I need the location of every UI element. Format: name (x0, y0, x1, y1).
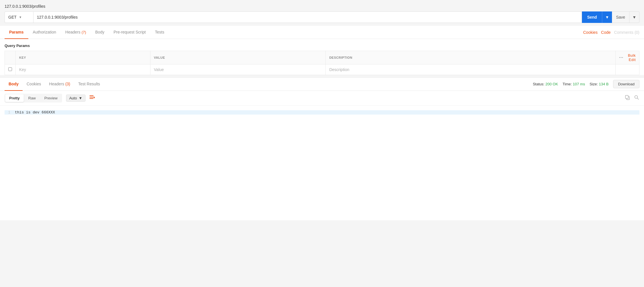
more-options-icon[interactable]: ··· (619, 55, 623, 60)
view-btn-preview[interactable]: Preview (40, 94, 61, 102)
tab-headers[interactable]: Headers (7) (61, 26, 91, 39)
body-toolbar-right (625, 95, 639, 102)
view-selector: Pretty Raw Preview (5, 94, 62, 103)
headers-badge: (7) (82, 30, 86, 34)
value-cell[interactable]: Value (150, 64, 326, 75)
row-checkbox[interactable] (8, 67, 12, 71)
wrap-icon[interactable] (89, 94, 95, 102)
svg-rect-4 (625, 95, 628, 99)
method-select[interactable]: GET ▼ (5, 11, 33, 23)
save-label: Save (612, 15, 629, 19)
code-line-1: 1 this is dev 666XXX (5, 110, 639, 115)
response-meta: Status: 200 OK Time: 107 ms Size: 134 B … (533, 80, 639, 88)
key-cell[interactable]: Key (16, 64, 150, 75)
line-number-1: 1 (5, 110, 10, 115)
view-btn-pretty[interactable]: Pretty (5, 94, 24, 102)
checkbox-col-header (5, 51, 16, 64)
status-value: 200 OK (545, 82, 558, 86)
key-col-header: KEY (16, 51, 150, 64)
response-tab-headers[interactable]: Headers (3) (45, 78, 74, 91)
response-section: Body Cookies Headers (3) Test Results St… (0, 77, 644, 220)
method-label: GET (8, 15, 17, 19)
method-chevron-icon: ▼ (19, 15, 22, 19)
tab-authorization[interactable]: Authorization (28, 26, 61, 39)
response-tab-body[interactable]: Body (5, 78, 23, 91)
code-link[interactable]: Code (601, 30, 611, 35)
query-params-section: Query Params KEY VALUE DESCRIPTION ··· B… (0, 39, 644, 75)
view-btn-raw[interactable]: Raw (24, 94, 40, 102)
size-value: 134 B (599, 82, 609, 86)
window-title: 127.0.0.1:9003/profiles (5, 4, 639, 9)
description-cell[interactable]: Description (326, 64, 615, 75)
save-dropdown-icon[interactable]: ▼ (629, 12, 639, 23)
tab-params[interactable]: Params (5, 26, 28, 39)
request-tabs: Params Authorization Headers (7) Body Pr… (0, 26, 644, 39)
send-button[interactable]: Send ▼ (582, 11, 612, 23)
search-icon[interactable] (634, 95, 639, 102)
svg-rect-2 (90, 98, 94, 99)
send-label: Send (582, 15, 602, 19)
tab-pre-request-script[interactable]: Pre-request Script (109, 26, 150, 39)
svg-rect-0 (90, 95, 94, 96)
svg-rect-1 (90, 97, 95, 97)
status-label: Status: 200 OK (533, 82, 558, 86)
actions-col-header: ··· Bulk Edit (615, 51, 639, 64)
url-input[interactable] (33, 11, 582, 23)
line-content-1: this is dev 666XXX (15, 110, 639, 115)
size-label: Size: 134 B (590, 82, 609, 86)
table-row: Key Value Description (5, 64, 639, 75)
response-tabs-left: Body Cookies Headers (3) Test Results (5, 78, 533, 91)
response-headers-badge: (3) (65, 82, 70, 86)
response-tab-test-results[interactable]: Test Results (74, 78, 104, 91)
bulk-edit-button[interactable]: Bulk Edit (628, 53, 636, 62)
tab-body[interactable]: Body (91, 26, 109, 39)
time-value: 107 ms (573, 82, 585, 86)
row-actions-cell (615, 64, 639, 75)
format-select[interactable]: Auto ▼ (66, 95, 86, 102)
send-dropdown-icon[interactable]: ▼ (602, 11, 612, 23)
query-params-title: Query Params (5, 44, 639, 48)
tabs-left: Params Authorization Headers (7) Body Pr… (5, 26, 583, 39)
tabs-right: Cookies Code Comments (0) (583, 30, 639, 35)
tab-tests[interactable]: Tests (150, 26, 169, 39)
svg-line-6 (637, 98, 639, 100)
response-tabs: Body Cookies Headers (3) Test Results St… (0, 78, 644, 91)
description-col-header: DESCRIPTION (326, 51, 615, 64)
save-button[interactable]: Save ▼ (612, 11, 639, 23)
comments-link[interactable]: Comments (0) (614, 30, 639, 35)
row-checkbox-cell (5, 64, 16, 75)
time-label: Time: 107 ms (562, 82, 585, 86)
value-col-header: VALUE (150, 51, 326, 64)
response-tab-cookies[interactable]: Cookies (23, 78, 45, 91)
download-button[interactable]: Download (613, 80, 639, 88)
copy-icon[interactable] (625, 95, 630, 102)
format-chevron-icon: ▼ (79, 96, 82, 100)
params-table: KEY VALUE DESCRIPTION ··· Bulk Edit Key … (5, 51, 639, 75)
code-area: 1 this is dev 666XXX (0, 106, 644, 220)
body-toolbar: Pretty Raw Preview Auto ▼ (0, 91, 644, 106)
cookies-link[interactable]: Cookies (583, 30, 598, 35)
